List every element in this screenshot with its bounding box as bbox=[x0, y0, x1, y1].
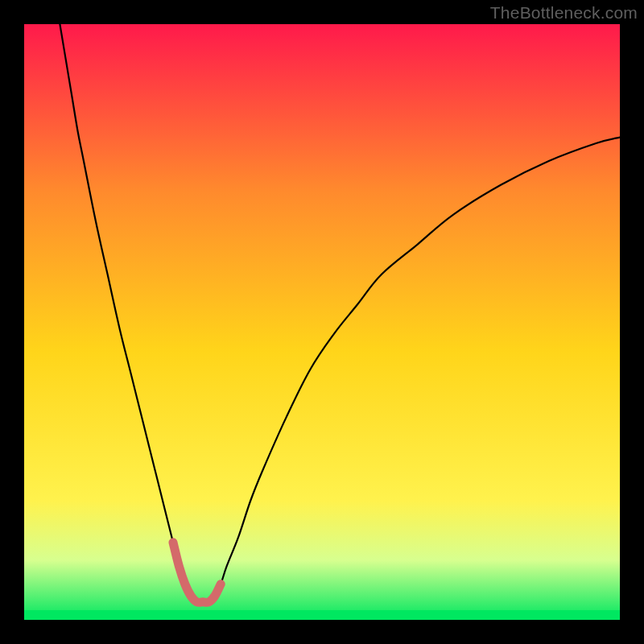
chart-svg bbox=[24, 24, 620, 620]
outer-frame: TheBottleneck.com bbox=[0, 0, 644, 644]
bottom-green-band bbox=[24, 610, 620, 620]
plot-area bbox=[24, 24, 620, 620]
gradient-background bbox=[24, 24, 620, 620]
watermark-text: TheBottleneck.com bbox=[490, 3, 638, 23]
